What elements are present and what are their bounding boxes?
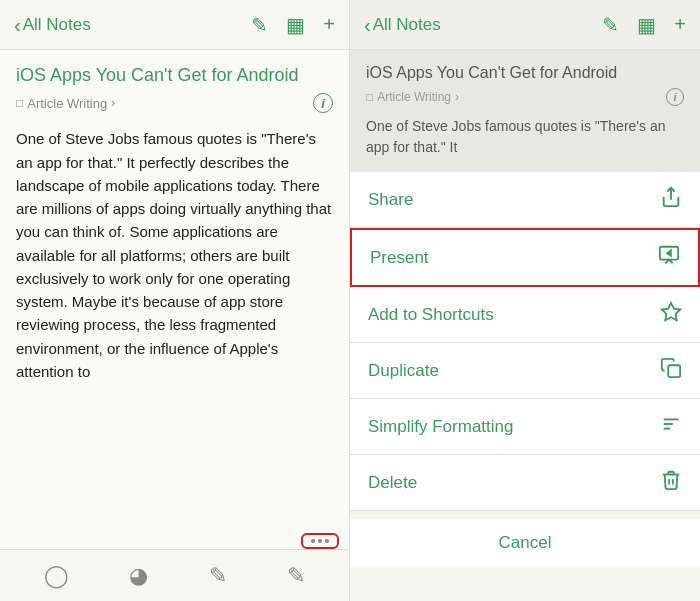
svg-rect-3 [668, 365, 680, 377]
folder-name-left: Article Writing [27, 96, 107, 111]
cancel-label: Cancel [499, 533, 552, 553]
right-folder-row: □ Article Writing › i [366, 88, 684, 106]
right-folder-name: Article Writing [377, 90, 451, 104]
right-header: ‹ All Notes ✎ ▦ + [350, 0, 700, 50]
header-icons-right: ✎ ▦ + [602, 13, 686, 37]
folder-chevron-icon: › [111, 96, 115, 110]
action-menu: Share Present Add to Shortcuts [350, 172, 700, 601]
right-note-preview: iOS Apps You Can't Get for Android □ Art… [350, 50, 700, 172]
right-panel: ‹ All Notes ✎ ▦ + iOS Apps You Can't Get… [350, 0, 700, 601]
back-button-right[interactable]: ‹ All Notes [364, 15, 441, 35]
format-icon [660, 413, 682, 440]
star-icon [660, 301, 682, 328]
right-folder-chevron-icon: › [455, 90, 459, 104]
more-options-button[interactable] [301, 533, 339, 549]
chevron-left-icon: ‹ [14, 15, 21, 35]
shortcuts-label: Add to Shortcuts [368, 305, 494, 325]
simplify-label: Simplify Formatting [368, 417, 513, 437]
attachment-icon[interactable]: ✎ [287, 563, 305, 589]
header-icons-left: ✎ ▦ + [251, 13, 335, 37]
delete-label: Delete [368, 473, 417, 493]
right-note-title: iOS Apps You Can't Get for Android [366, 64, 684, 82]
back-label-right: All Notes [373, 15, 441, 35]
right-note-body: One of Steve Jobs famous quotes is "Ther… [366, 116, 684, 158]
present-icon [658, 244, 680, 271]
back-label-left: All Notes [23, 15, 91, 35]
menu-item-delete[interactable]: Delete [350, 455, 700, 511]
left-header: ‹ All Notes ✎ ▦ + [0, 0, 349, 50]
menu-item-simplify[interactable]: Simplify Formatting [350, 399, 700, 455]
gallery-icon[interactable]: ▦ [286, 13, 305, 37]
camera-icon[interactable]: ◕ [129, 563, 148, 589]
duplicate-icon [660, 357, 682, 384]
add-icon[interactable]: + [323, 13, 335, 36]
menu-item-share[interactable]: Share [350, 172, 700, 228]
trash-icon [660, 469, 682, 496]
svg-marker-2 [662, 303, 680, 320]
chevron-left-icon-right: ‹ [364, 15, 371, 35]
left-panel: ‹ All Notes ✎ ▦ + iOS Apps You Can't Get… [0, 0, 350, 601]
menu-item-shortcuts[interactable]: Add to Shortcuts [350, 287, 700, 343]
info-icon-left[interactable]: i [313, 93, 333, 113]
menu-item-duplicate[interactable]: Duplicate [350, 343, 700, 399]
cancel-button[interactable]: Cancel [350, 519, 700, 567]
alarm-icon[interactable]: ◯ [44, 563, 69, 589]
compose-icon[interactable]: ✎ [251, 13, 268, 37]
back-button-left[interactable]: ‹ All Notes [14, 15, 91, 35]
duplicate-label: Duplicate [368, 361, 439, 381]
right-info-icon[interactable]: i [666, 88, 684, 106]
right-folder-icon: □ [366, 90, 373, 104]
add-icon-right[interactable]: + [674, 13, 686, 36]
share-label: Share [368, 190, 413, 210]
note-title-left: iOS Apps You Can't Get for Android [16, 64, 333, 87]
note-body-left: One of Steve Jobs famous quotes is "Ther… [16, 127, 333, 383]
gallery-icon-right[interactable]: ▦ [637, 13, 656, 37]
left-content: iOS Apps You Can't Get for Android □ Art… [0, 50, 349, 549]
sketch-icon[interactable]: ✎ [209, 563, 227, 589]
folder-left: □ Article Writing › [16, 96, 115, 111]
compose-icon-right[interactable]: ✎ [602, 13, 619, 37]
note-folder-row-left: □ Article Writing › i [16, 93, 333, 113]
bottom-toolbar: ◯ ◕ ✎ ✎ [0, 549, 349, 601]
share-icon [660, 186, 682, 213]
right-folder-left: □ Article Writing › [366, 90, 459, 104]
folder-icon: □ [16, 96, 23, 110]
present-label: Present [370, 248, 429, 268]
menu-item-present[interactable]: Present [350, 228, 700, 287]
